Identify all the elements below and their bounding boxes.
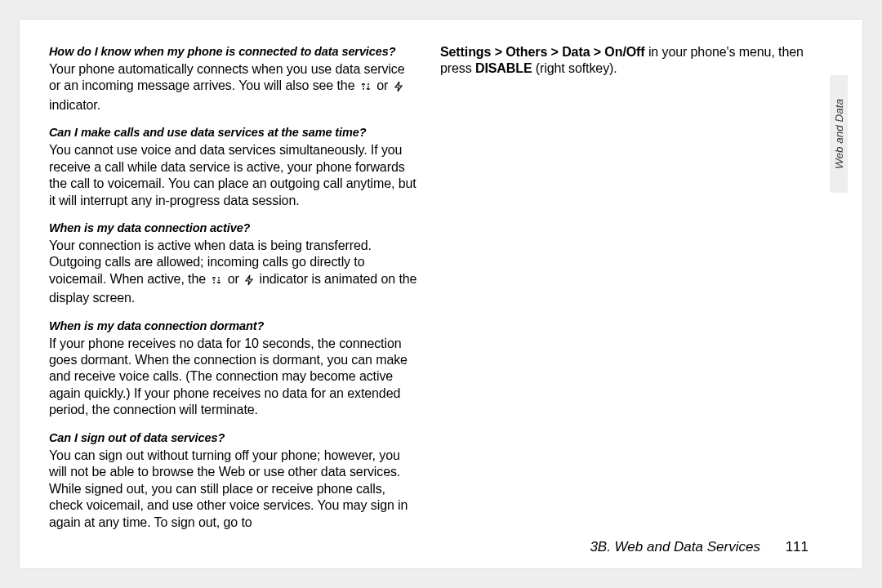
data-bolt-icon (394, 80, 403, 96)
manual-page: Web and Data How do I know when my phone… (20, 20, 862, 568)
faq-question: Can I sign out of data services? (49, 430, 417, 446)
page-number: 111 (786, 539, 808, 555)
data-bolt-icon (244, 274, 254, 290)
data-arrows-icon (360, 80, 372, 96)
faq-question: How do I know when my phone is connected… (49, 44, 417, 60)
data-arrows-icon (211, 274, 222, 290)
faq-question: When is my data connection dormant? (49, 318, 417, 334)
section-side-tab: Web and Data (830, 75, 848, 193)
page-footer: 3B. Web and Data Services 111 (20, 539, 808, 555)
faq-question: Can I make calls and use data services a… (49, 125, 417, 140)
faq-answer: Your connection is active when data is b… (49, 238, 417, 307)
footer-section-title: 3B. Web and Data Services (590, 539, 760, 555)
faq-question: When is my data connection active? (49, 220, 417, 236)
page-body: How do I know when my phone is connected… (49, 44, 808, 532)
softkey-label: DISABLE (475, 61, 532, 75)
faq-answer: You cannot use voice and data services s… (49, 142, 417, 209)
faq-answer: Your phone automatically connects when y… (49, 61, 417, 114)
side-tab-label: Web and Data (833, 99, 845, 169)
faq-answer: If your phone receives no data for 10 se… (49, 336, 417, 419)
menu-path: Settings > Others > Data > On/Off (440, 45, 645, 59)
